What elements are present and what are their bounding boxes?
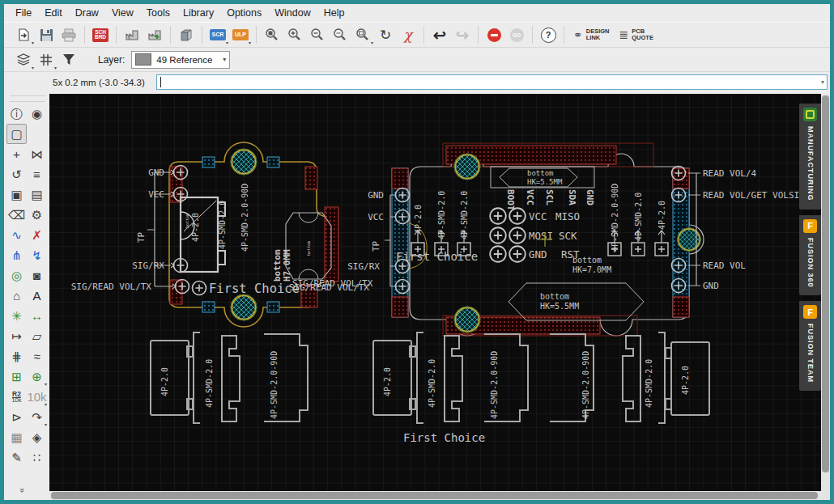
library-button[interactable] bbox=[176, 25, 197, 44]
svg-text:4P-SMD-2.0: 4P-SMD-2.0 bbox=[218, 201, 227, 249]
stop-icon bbox=[487, 28, 501, 42]
new-device-button[interactable] bbox=[144, 25, 165, 44]
svg-text:SCL: SCL bbox=[544, 189, 555, 205]
palette-grip[interactable] bbox=[10, 95, 45, 102]
zoom-out-button[interactable] bbox=[307, 25, 328, 44]
meander-icon[interactable]: ≈ bbox=[27, 346, 47, 366]
ripup-icon[interactable]: ✗ bbox=[27, 225, 47, 245]
palette-collapse-button[interactable]: » bbox=[18, 488, 28, 493]
show-icon[interactable]: ◉ bbox=[27, 104, 47, 124]
polygon-icon[interactable]: ⌂ bbox=[6, 286, 27, 306]
svg-text:HK=5.5MM: HK=5.5MM bbox=[527, 178, 563, 186]
redo-button[interactable]: ↪ bbox=[452, 25, 473, 44]
menu-item-draw[interactable]: Draw bbox=[69, 6, 105, 20]
go-button[interactable]: GO bbox=[506, 25, 527, 44]
zoom-fit-icon bbox=[265, 28, 279, 42]
polygon-edge-icon[interactable]: ▱ bbox=[27, 326, 47, 346]
grid-settings-button[interactable]: ▾ bbox=[36, 50, 57, 70]
mirror-icon[interactable]: ⋈ bbox=[27, 144, 47, 164]
svg-text:First Choice: First Choice bbox=[209, 282, 300, 296]
tab-manufacturing[interactable]: MANUFACTURING bbox=[799, 104, 821, 210]
layer-select[interactable]: 49 Reference ▾ bbox=[131, 51, 230, 69]
menu-item-view[interactable]: View bbox=[105, 6, 140, 20]
factory-new-icon bbox=[147, 28, 163, 41]
svg-text:GND: GND bbox=[529, 248, 547, 260]
smash-icon[interactable]: 10k▾ bbox=[27, 387, 47, 407]
redraw-button[interactable]: ↻ bbox=[375, 25, 396, 44]
device-button[interactable] bbox=[121, 25, 143, 44]
eagle-board-editor-window: { "window": { "menu_items": ["File","Edi… bbox=[0, 0, 834, 504]
group-select-icon[interactable]: ▢ bbox=[6, 124, 27, 144]
toolbar-separator bbox=[116, 26, 117, 44]
paint-icon[interactable]: ✎ bbox=[6, 447, 27, 468]
gear-ring bbox=[806, 110, 815, 119]
horizontal-scrollbar-thumb[interactable] bbox=[51, 492, 818, 499]
move-icon[interactable]: + bbox=[6, 144, 27, 164]
via-icon[interactable]: ◎ bbox=[6, 265, 27, 286]
split-icon[interactable]: ⋔ bbox=[6, 245, 27, 265]
run-ulp-button[interactable]: ULP ▾ bbox=[230, 25, 251, 44]
command-input[interactable]: ▾ bbox=[156, 74, 828, 90]
align-icon[interactable]: ≡ bbox=[27, 164, 47, 184]
filter-button[interactable] bbox=[58, 50, 79, 70]
tab-label: MANUFACTURING bbox=[806, 126, 815, 201]
tab-label: FUSION TEAM bbox=[806, 324, 815, 383]
text-icon[interactable]: A bbox=[27, 286, 47, 306]
zoom-select-button[interactable] bbox=[330, 25, 351, 44]
svg-text:VCC: VCC bbox=[525, 189, 535, 205]
schematic-board-switch-button[interactable]: SCHBRD bbox=[90, 25, 111, 44]
menu-item-file[interactable]: File bbox=[9, 6, 38, 20]
label-tag-icon[interactable]: ◈ bbox=[27, 427, 47, 447]
vertical-scrollbar-thumb[interactable] bbox=[822, 95, 829, 472]
optimize-icon[interactable]: ⋕ bbox=[6, 346, 27, 366]
add-symbol-icon[interactable]: ⊳ bbox=[6, 407, 27, 427]
ratsnest-icon[interactable]: ✳ bbox=[6, 306, 27, 326]
tab-fusion-team[interactable]: FFUSION TEAM bbox=[799, 301, 821, 391]
paste-icon[interactable]: ▤ bbox=[27, 184, 47, 205]
group-copy-icon[interactable]: ↷▾ bbox=[27, 407, 47, 427]
copy-icon[interactable]: ▣ bbox=[6, 184, 27, 205]
miter-icon[interactable]: ↯ bbox=[27, 245, 47, 265]
open-button[interactable]: ▾ bbox=[13, 25, 34, 44]
design-link-button[interactable]: ⚭ DESIGNLINK bbox=[573, 28, 610, 41]
save-button[interactable] bbox=[36, 25, 57, 44]
toolbar-separator bbox=[256, 26, 257, 44]
menu-item-options[interactable]: Options bbox=[220, 6, 268, 20]
dimension-icon[interactable]: ↔ bbox=[27, 306, 47, 326]
add-gate-icon[interactable]: ⊕▾ bbox=[27, 366, 47, 387]
layer-settings-button[interactable]: ▾ bbox=[13, 50, 34, 70]
help-button[interactable]: ? bbox=[538, 25, 559, 44]
board-canvas[interactable]: 4P-2.0 4P-SMD-2.0 4P-SMD-2.0-90D bottom … bbox=[49, 94, 821, 491]
svg-text:bottom: bottom bbox=[306, 241, 311, 256]
menu-item-help[interactable]: Help bbox=[317, 6, 351, 20]
svg-text:SDA: SDA bbox=[567, 189, 577, 205]
wrench-icon[interactable]: ⚙ bbox=[27, 205, 47, 225]
zoom-fit-button[interactable] bbox=[262, 25, 283, 44]
run-script-button[interactable]: SCR ▾ bbox=[207, 25, 228, 44]
zoom-in-button[interactable] bbox=[284, 25, 305, 44]
horizontal-scrollbar[interactable] bbox=[49, 491, 821, 500]
stop-button[interactable] bbox=[483, 25, 504, 44]
print-button[interactable] bbox=[58, 25, 79, 44]
pad-icon[interactable]: ◙ bbox=[27, 265, 47, 286]
route-icon[interactable]: ∿ bbox=[6, 225, 27, 245]
tab-fusion-360[interactable]: FFUSION 360 bbox=[799, 215, 821, 296]
menu-item-tools[interactable]: Tools bbox=[140, 6, 177, 20]
info-icon[interactable]: ⓘ bbox=[6, 104, 27, 124]
ic-package-icon[interactable]: ▦ bbox=[6, 427, 27, 447]
add-part-icon[interactable]: ⊞ bbox=[6, 366, 27, 387]
pads-ring-icon[interactable]: ∷ bbox=[27, 447, 47, 468]
rotate-icon[interactable]: ↺ bbox=[6, 164, 27, 184]
zoom-previous-button[interactable]: ▾ bbox=[352, 25, 373, 44]
chi-button[interactable]: χ bbox=[398, 25, 419, 44]
vertical-scrollbar[interactable] bbox=[821, 94, 830, 491]
menu-item-window[interactable]: Window bbox=[268, 6, 317, 20]
pin-array-icon[interactable]: ↦ bbox=[6, 326, 27, 346]
value-icon[interactable]: R210k bbox=[6, 387, 27, 407]
pcb-quote-button[interactable]: ≣ PCBQUOTE bbox=[619, 28, 653, 41]
menu-item-edit[interactable]: Edit bbox=[38, 6, 69, 20]
undo-button[interactable]: ↩ bbox=[429, 25, 450, 44]
toolbar-separator bbox=[84, 26, 85, 44]
delete-icon[interactable]: ⌫ bbox=[6, 205, 27, 225]
menu-item-library[interactable]: Library bbox=[177, 6, 220, 20]
